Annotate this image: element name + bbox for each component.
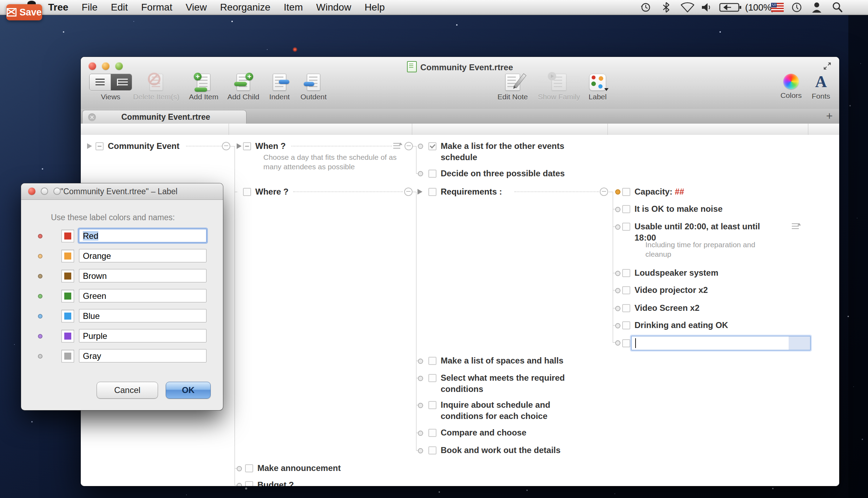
collapse-button[interactable] [404, 188, 413, 196]
outline-item-select-conditions[interactable]: Select what meets the required condition… [428, 372, 567, 395]
checkbox[interactable] [428, 357, 436, 365]
bluetooth-icon[interactable] [662, 0, 671, 15]
label-button[interactable]: Label [584, 74, 612, 101]
outline-item-capacity[interactable]: Capacity: ## [622, 186, 684, 197]
color-well-orange[interactable] [61, 250, 74, 262]
item-text[interactable]: Capacity: ## [634, 186, 684, 197]
checkbox[interactable] [622, 223, 630, 231]
checkbox[interactable] [622, 269, 630, 277]
item-text[interactable]: Make announcement [257, 463, 341, 474]
label-name-input-green[interactable]: Green [79, 289, 206, 302]
outline-item-book[interactable]: Book and work out the details [428, 445, 560, 456]
outline-item-requirements[interactable]: Requirements : [428, 186, 502, 197]
item-text[interactable]: Compare and choose [441, 427, 526, 438]
menu-format[interactable]: Format [134, 2, 179, 13]
tab-close-icon[interactable] [88, 113, 96, 121]
dialog-minimize-button[interactable] [41, 188, 48, 195]
checkbox[interactable] [622, 188, 630, 196]
menu-file[interactable]: File [75, 2, 104, 13]
item-text[interactable]: Make a list of spaces and halls [441, 355, 563, 366]
fullscreen-icon[interactable] [822, 61, 832, 71]
clock-icon[interactable] [791, 0, 803, 15]
note-icon[interactable] [393, 143, 402, 149]
label-name-input-brown[interactable]: Brown [79, 269, 206, 282]
indent-button[interactable]: Indent [264, 74, 295, 101]
battery-icon[interactable] [719, 0, 742, 15]
item-text[interactable]: Select what meets the required condition… [441, 372, 567, 395]
colors-button[interactable]: Colors [776, 74, 806, 100]
item-text[interactable]: Make a list for the other events schedul… [441, 140, 567, 163]
checkbox[interactable] [428, 446, 436, 454]
dialog-titlebar[interactable]: "Community Event.rtree" – Label [21, 183, 223, 200]
delete-items-button[interactable]: Delete Item(s) [130, 74, 183, 101]
label-name-input-orange[interactable]: Orange [79, 249, 206, 262]
color-well-brown[interactable] [61, 270, 74, 282]
item-text[interactable]: Book and work out the details [441, 445, 560, 456]
checkbox[interactable] [243, 188, 251, 196]
dialog-close-button[interactable] [28, 188, 35, 195]
checkbox[interactable] [622, 205, 630, 213]
outline-item-when[interactable]: When ? [243, 140, 286, 152]
show-family-button[interactable]: Show Family [534, 74, 584, 101]
views-tree-segment[interactable] [111, 74, 132, 90]
checkbox[interactable] [622, 339, 630, 347]
color-well-green[interactable] [61, 290, 74, 302]
views-list-segment[interactable] [90, 74, 111, 90]
battery-percent[interactable]: (100%) [745, 0, 775, 15]
item-text[interactable]: Decide on three possible dates [441, 168, 565, 179]
spotlight-icon[interactable] [831, 0, 843, 15]
color-well-gray[interactable] [61, 350, 74, 362]
checkbox[interactable] [428, 429, 436, 437]
menu-reorganize[interactable]: Reorganize [213, 2, 277, 13]
add-child-button[interactable]: + Add Child [223, 74, 264, 101]
menu-view[interactable]: View [179, 2, 213, 13]
color-well-blue[interactable] [61, 310, 74, 322]
outline-item-noise[interactable]: It is OK to make noise [622, 203, 723, 215]
outline-item-compare[interactable]: Compare and choose [428, 427, 526, 438]
label-name-input-blue[interactable]: Blue [79, 309, 206, 322]
views-segmented-control[interactable]: Views [88, 74, 133, 101]
add-item-button[interactable]: + Add Item [184, 74, 223, 101]
item-text[interactable]: Drinking and eating OK [634, 320, 728, 331]
checkbox[interactable] [245, 464, 253, 472]
save-badge[interactable]: Save [6, 4, 42, 20]
checkbox[interactable] [622, 321, 630, 329]
menu-help[interactable]: Help [358, 2, 392, 13]
outline-item-new[interactable] [622, 338, 630, 347]
menu-app[interactable]: Tree [41, 2, 75, 13]
label-name-input-purple[interactable]: Purple [79, 329, 206, 342]
collapse-button[interactable] [222, 142, 230, 150]
outline-item-projector[interactable]: Video projector x2 [622, 284, 708, 296]
checkbox[interactable] [96, 142, 104, 150]
outline-item-drinking[interactable]: Drinking and eating OK [622, 320, 728, 331]
item-note[interactable]: Choose a day that fits the schedule of a… [263, 152, 404, 171]
item-text[interactable]: When ? [255, 140, 286, 152]
outdent-button[interactable]: Outdent [296, 74, 331, 101]
note-icon[interactable] [792, 223, 801, 229]
checkbox[interactable] [245, 481, 253, 486]
outline-item-loudspeaker[interactable]: Loudspeaker system [622, 267, 718, 279]
item-note[interactable]: Including time for preparation and clean… [645, 240, 775, 259]
cancel-button[interactable]: Cancel [97, 382, 158, 399]
volume-icon[interactable] [701, 0, 712, 15]
outline-item-budget[interactable]: Budget ? [245, 479, 294, 486]
outline-item-spaces[interactable]: Make a list of spaces and halls [428, 355, 563, 366]
fonts-button[interactable]: A Fonts [807, 74, 835, 100]
collapse-button[interactable] [405, 142, 413, 150]
outline-item-announce[interactable]: Make announcement [245, 463, 341, 474]
outline-item-make-list-events[interactable]: Make a list for the other events schedul… [428, 140, 567, 163]
label-name-input-gray[interactable]: Gray [79, 349, 206, 362]
dialog-zoom-button[interactable] [53, 188, 61, 195]
checkbox[interactable] [622, 304, 630, 312]
wifi-icon[interactable] [680, 0, 695, 15]
keyboard-flag-icon[interactable] [771, 0, 784, 15]
checkbox[interactable] [428, 401, 436, 409]
item-text[interactable]: Budget ? [257, 479, 294, 486]
time-machine-icon[interactable] [640, 0, 652, 15]
user-icon[interactable] [811, 0, 822, 15]
ok-button[interactable]: OK [166, 382, 211, 399]
checkbox[interactable] [428, 374, 436, 382]
outline-item-where[interactable]: Where ? [243, 186, 289, 197]
item-text[interactable]: Loudspeaker system [634, 267, 718, 279]
label-name-input-red[interactable]: Red [79, 229, 206, 242]
